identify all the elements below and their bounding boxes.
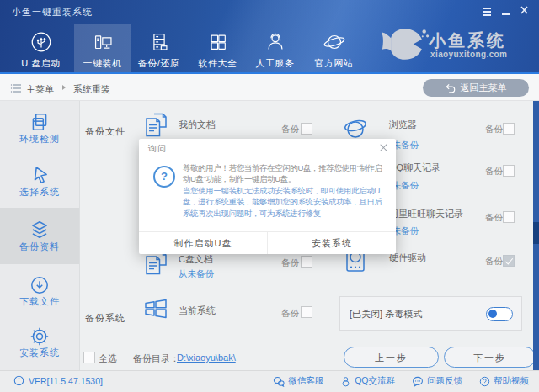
dialog-close-icon[interactable]	[379, 143, 388, 152]
wechat-support-link[interactable]: 微信客服	[273, 375, 323, 387]
backup-checkbox-browser[interactable]	[503, 123, 515, 135]
backup-label: 备份	[281, 257, 299, 269]
close-icon[interactable]	[518, 4, 531, 16]
back-to-main-menu-button[interactable]: 返回主菜单	[423, 79, 529, 97]
windows-stack-icon	[29, 111, 51, 133]
qq-icon	[340, 376, 351, 387]
feedback-icon	[412, 376, 424, 387]
list-icon[interactable]	[10, 83, 22, 93]
scrollbar-thumb[interactable]	[533, 222, 539, 244]
document-icon	[140, 110, 170, 140]
backup-label: 备份	[281, 124, 299, 135]
gear-icon	[29, 326, 51, 347]
nav-item-software[interactable]: 软件大全	[189, 24, 246, 72]
dialog-header: 询问	[139, 139, 396, 156]
prev-step-button[interactable]: 上一步	[344, 347, 439, 368]
nav-item-backup-restore[interactable]: 备份/还原	[131, 24, 187, 72]
footer-link-label: QQ交流群	[355, 375, 395, 387]
make-boot-usb-button[interactable]: 制作启动U盘	[139, 232, 268, 254]
antivirus-mode-box: [已关闭] 杀毒模式	[339, 296, 522, 331]
nav-label: 官方网站	[306, 57, 362, 70]
sidebar-item-backup-data[interactable]: 备份资料	[0, 241, 79, 253]
server-icon	[145, 29, 173, 56]
nav-item-website[interactable]: 官方网站	[306, 24, 362, 72]
sidebar-item-download-files[interactable]: 下载文件	[0, 295, 79, 308]
grid-icon	[204, 29, 232, 56]
header: 小鱼一键重装系统 U 盘启动	[0, 0, 539, 74]
footer: VER[11.5.47.1530] 微信客服 QQ交流群	[0, 370, 539, 392]
undo-icon	[446, 83, 456, 93]
version-text: VER[11.5.47.1530]	[29, 376, 103, 386]
backup-label: 备份	[485, 166, 503, 177]
backup-label: 备份	[485, 124, 503, 135]
backup-dir-link[interactable]: D:\xiaoyu\bak\	[177, 352, 236, 363]
window-title: 小鱼一键重装系统	[12, 6, 93, 19]
qq-group-link[interactable]: QQ交流群	[340, 375, 395, 387]
logo-title: 小鱼系统	[429, 29, 506, 52]
nav-item-usb-boot[interactable]: U 盘启动	[13, 24, 69, 72]
footer-link-label: 帮助视频	[494, 375, 529, 387]
row-name: 当前系统	[179, 305, 216, 317]
sidebar-item-choose-system[interactable]: 选择系统	[0, 186, 79, 199]
backup-label: 备份	[281, 308, 299, 320]
usb-icon	[27, 29, 56, 56]
section-backup-files: 备份文件	[85, 125, 125, 138]
backup-checkbox-c-drive-docs[interactable]	[301, 256, 312, 268]
minimize-icon[interactable]	[499, 4, 513, 16]
wechat-icon	[273, 376, 285, 387]
browser-icon	[340, 112, 371, 142]
footer-link-label: 微信客服	[288, 375, 323, 387]
select-all-label: 全选	[99, 352, 117, 365]
footer-links: 微信客服 QQ交流群 问题反馈	[273, 375, 529, 387]
help-icon	[479, 376, 490, 387]
backup-checkbox-wangwang-history[interactable]	[503, 211, 515, 223]
download-icon	[29, 274, 51, 296]
info-icon	[13, 375, 24, 386]
select-all-checkbox[interactable]	[83, 352, 95, 363]
sidebar-item-env-check[interactable]: 环境检测	[0, 133, 79, 146]
nav-item-one-key-install[interactable]: 一键装机	[74, 24, 131, 72]
next-step-button[interactable]: 下一步	[444, 347, 536, 368]
breadcrumb-arrow-icon	[62, 85, 66, 90]
sidebar-item-install-system[interactable]: 安装系统	[0, 347, 79, 359]
back-button-label: 返回主菜单	[461, 82, 507, 94]
support-icon	[261, 29, 290, 56]
planet-icon	[320, 29, 349, 56]
backup-checkbox-my-documents[interactable]	[301, 123, 312, 135]
section-backup-system: 备份系统	[85, 312, 125, 325]
dialog-message-line2: 当您使用一键装机无法成功安装系统时，即可使用此启动U盘，进行系统重装，能够增加您…	[183, 185, 387, 219]
nav-label: U 盘启动	[13, 57, 69, 70]
backup-checkbox-qq-history[interactable]	[503, 165, 515, 177]
antivirus-toggle[interactable]	[486, 307, 513, 321]
menu-icon[interactable]	[480, 4, 494, 16]
backup-label: 备份	[485, 256, 503, 268]
row-name: 我的文档	[179, 119, 216, 131]
cursor-icon	[29, 164, 51, 186]
app-window: 小鱼一键重装系统 U 盘启动	[0, 0, 539, 392]
help-video-link[interactable]: 帮助视频	[479, 375, 529, 387]
nav-item-support[interactable]: 人工服务	[247, 24, 303, 72]
backup-checkbox-hardware-drivers[interactable]	[503, 255, 515, 267]
install-system-button[interactable]: 安装系统	[268, 232, 396, 254]
row-name: QQ聊天记录	[389, 162, 440, 174]
question-icon: ?	[153, 166, 175, 188]
windows-icon	[141, 294, 171, 324]
row-status: 从未备份	[179, 268, 214, 280]
row-name: 阿里旺旺聊天记录	[389, 208, 463, 220]
backup-dir-label: 备份目录：	[133, 352, 179, 365]
nav-label: 备份/还原	[131, 57, 187, 70]
dialog-buttons: 制作启动U盘 安装系统	[139, 231, 396, 254]
toggle-knob	[488, 310, 497, 318]
feedback-link[interactable]: 问题反馈	[412, 375, 462, 387]
dialog-title: 询问	[148, 143, 167, 155]
antivirus-mode-label: [已关闭] 杀毒模式	[350, 308, 422, 320]
fish-icon	[381, 24, 430, 64]
version-info: VER[11.5.47.1530]	[13, 375, 103, 386]
backup-checkbox-current-system[interactable]	[301, 306, 312, 318]
nav-label: 人工服务	[247, 57, 303, 70]
dialog-message: 尊敬的用户！若您当前存在空闲的U盘，推荐您使用“制作启动U盘”功能，制作一键启动…	[183, 162, 387, 219]
breadcrumb-root[interactable]: 主菜单	[26, 83, 54, 96]
nav-label: 软件大全	[189, 57, 246, 70]
computer-icon	[88, 29, 117, 56]
row-name: C盘文档	[179, 253, 213, 266]
